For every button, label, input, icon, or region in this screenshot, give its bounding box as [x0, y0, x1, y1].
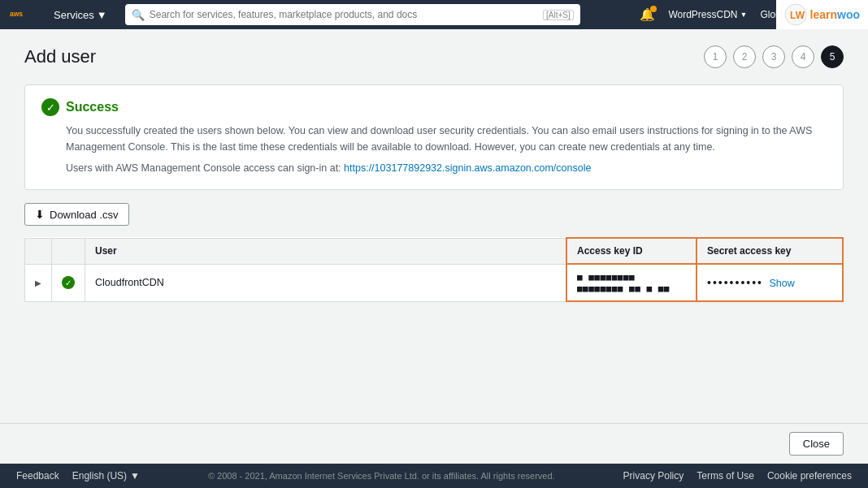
main-content: Add user 1 2 3 4 5 ✓ Success You success…: [0, 29, 868, 423]
bottom-left-links: Feedback English (US) ▼: [16, 470, 140, 482]
services-menu[interactable]: Services ▼: [49, 7, 112, 23]
expand-arrow-icon[interactable]: ▶: [35, 279, 41, 287]
access-key-cell: ■ ■■■■■■■■ ■■■■■■■■ ■■ ■ ■■: [566, 264, 697, 301]
success-header: ✓ Success: [41, 98, 827, 116]
console-url-link[interactable]: https://103177892932.signin.aws.amazon.c…: [344, 162, 591, 174]
success-title: Success: [66, 100, 119, 114]
success-body-line2: Users with AWS Management Console access…: [66, 160, 827, 176]
col-header-check: [52, 238, 85, 264]
top-navigation: aws Services ▼ 🔍 [Alt+S] 🔔 WordPressCDN …: [0, 0, 868, 29]
footer-right-links: Privacy Policy Terms of Use Cookie prefe…: [623, 470, 852, 482]
search-bar[interactable]: 🔍 [Alt+S]: [125, 4, 580, 25]
cookie-preferences-link[interactable]: Cookie preferences: [767, 470, 852, 482]
col-header-user: User: [85, 238, 567, 264]
terms-of-use-link[interactable]: Terms of Use: [697, 470, 754, 482]
col-header-access-key: Access key ID: [566, 238, 697, 264]
success-body: You successfully created the users shown…: [66, 123, 827, 176]
language-selector[interactable]: English (US) ▼: [72, 470, 140, 482]
aws-logo[interactable]: aws: [8, 6, 39, 24]
services-label: Services: [54, 9, 94, 21]
search-input[interactable]: [150, 9, 538, 20]
expand-cell[interactable]: ▶: [25, 264, 52, 301]
access-key-value: ■ ■■■■■■■■ ■■■■■■■■ ■■ ■ ■■: [577, 272, 670, 294]
username-cell: CloudfrontCDN: [85, 264, 567, 301]
status-cell: ✓: [52, 264, 85, 301]
success-body-line1: You successfully created the users shown…: [66, 123, 827, 155]
success-check-icon: ✓: [41, 98, 59, 116]
secret-key-cell: •••••••••• Show: [697, 264, 843, 301]
learnwoo-logo: LW learnwoo: [776, 0, 868, 29]
language-caret-icon: ▼: [130, 470, 140, 482]
download-csv-button[interactable]: ⬇ Download .csv: [24, 203, 129, 226]
secret-key-dots: ••••••••••: [707, 276, 763, 289]
search-icon: 🔍: [132, 9, 145, 21]
services-caret-icon: ▼: [97, 9, 107, 21]
account-menu[interactable]: WordPressCDN ▼: [663, 7, 752, 22]
step-3[interactable]: 3: [762, 45, 785, 68]
username-value: CloudfrontCDN: [95, 277, 164, 288]
search-shortcut: [Alt+S]: [543, 10, 574, 20]
col-header-secret-key: Secret access key: [697, 238, 843, 264]
svg-text:LW: LW: [790, 10, 805, 21]
page-header: Add user 1 2 3 4 5: [24, 45, 844, 68]
download-icon: ⬇: [35, 208, 45, 221]
step-2[interactable]: 2: [733, 45, 756, 68]
step-indicators: 1 2 3 4 5: [704, 45, 844, 68]
learnwoo-text: learnwoo: [810, 8, 860, 21]
table-row: ▶ ✓ CloudfrontCDN ■ ■■■■■■■■ ■■■■■■■■ ■■…: [25, 264, 844, 301]
close-area: Close: [0, 423, 868, 464]
account-caret-icon: ▼: [740, 11, 748, 19]
account-label: WordPressCDN: [668, 9, 737, 20]
close-button[interactable]: Close: [789, 432, 844, 456]
show-secret-key-link[interactable]: Show: [770, 278, 795, 289]
feedback-link[interactable]: Feedback: [16, 470, 59, 482]
bottom-bar: Feedback English (US) ▼ © 2008 - 2021, A…: [0, 464, 868, 488]
learnwoo-icon: LW: [784, 3, 807, 26]
users-table: User Access key ID Secret access key ▶ ✓…: [24, 237, 844, 302]
svg-text:aws: aws: [10, 10, 23, 18]
col-header-expand: [25, 238, 52, 264]
download-btn-label: Download .csv: [50, 209, 119, 221]
step-4[interactable]: 4: [792, 45, 814, 68]
privacy-policy-link[interactable]: Privacy Policy: [623, 470, 684, 482]
page-title: Add user: [24, 46, 96, 67]
step-5[interactable]: 5: [821, 45, 844, 68]
notification-dot: [650, 6, 657, 12]
step-1[interactable]: 1: [704, 45, 727, 68]
user-status-icon: ✓: [62, 276, 75, 289]
notifications-bell[interactable]: 🔔: [635, 6, 660, 24]
success-box: ✓ Success You successfully created the u…: [24, 84, 844, 190]
footer-copyright: © 2008 - 2021, Amazon Internet Services …: [208, 471, 555, 481]
